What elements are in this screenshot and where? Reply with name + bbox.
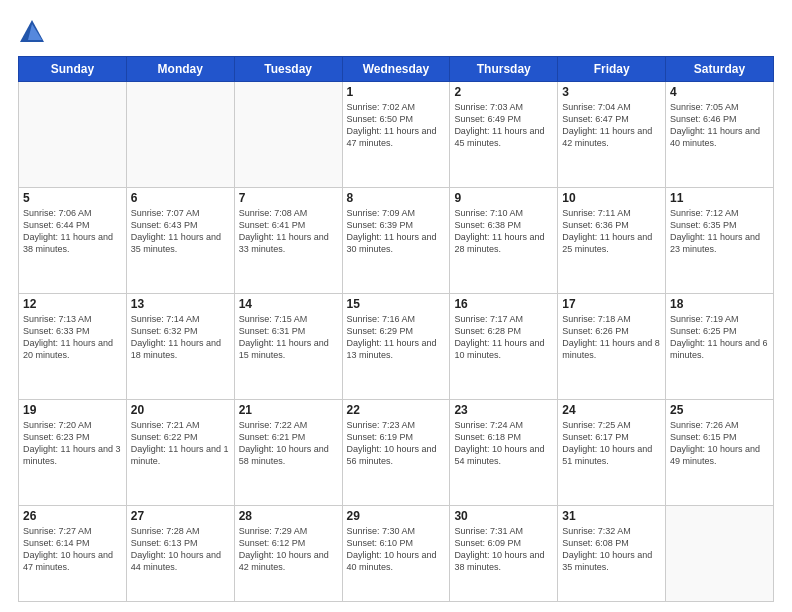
day-info: Sunrise: 7:24 AM Sunset: 6:18 PM Dayligh… [454,419,553,468]
day-cell: 13Sunrise: 7:14 AM Sunset: 6:32 PM Dayli… [126,293,234,399]
day-number: 25 [670,403,769,417]
day-info: Sunrise: 7:03 AM Sunset: 6:49 PM Dayligh… [454,101,553,150]
day-number: 5 [23,191,122,205]
day-number: 15 [347,297,446,311]
day-cell: 29Sunrise: 7:30 AM Sunset: 6:10 PM Dayli… [342,505,450,601]
day-info: Sunrise: 7:26 AM Sunset: 6:15 PM Dayligh… [670,419,769,468]
day-number: 1 [347,85,446,99]
day-cell: 8Sunrise: 7:09 AM Sunset: 6:39 PM Daylig… [342,187,450,293]
day-info: Sunrise: 7:18 AM Sunset: 6:26 PM Dayligh… [562,313,661,362]
day-cell: 6Sunrise: 7:07 AM Sunset: 6:43 PM Daylig… [126,187,234,293]
day-cell: 3Sunrise: 7:04 AM Sunset: 6:47 PM Daylig… [558,82,666,188]
day-number: 8 [347,191,446,205]
day-info: Sunrise: 7:28 AM Sunset: 6:13 PM Dayligh… [131,525,230,574]
day-cell [234,82,342,188]
day-number: 30 [454,509,553,523]
day-number: 17 [562,297,661,311]
day-header-sunday: Sunday [19,57,127,82]
day-info: Sunrise: 7:25 AM Sunset: 6:17 PM Dayligh… [562,419,661,468]
day-number: 22 [347,403,446,417]
day-info: Sunrise: 7:31 AM Sunset: 6:09 PM Dayligh… [454,525,553,574]
day-info: Sunrise: 7:29 AM Sunset: 6:12 PM Dayligh… [239,525,338,574]
day-cell: 28Sunrise: 7:29 AM Sunset: 6:12 PM Dayli… [234,505,342,601]
logo-icon [18,18,46,46]
day-cell: 7Sunrise: 7:08 AM Sunset: 6:41 PM Daylig… [234,187,342,293]
day-cell [666,505,774,601]
week-row-4: 26Sunrise: 7:27 AM Sunset: 6:14 PM Dayli… [19,505,774,601]
day-cell: 12Sunrise: 7:13 AM Sunset: 6:33 PM Dayli… [19,293,127,399]
day-number: 2 [454,85,553,99]
day-number: 11 [670,191,769,205]
day-header-row: SundayMondayTuesdayWednesdayThursdayFrid… [19,57,774,82]
day-number: 29 [347,509,446,523]
day-cell: 31Sunrise: 7:32 AM Sunset: 6:08 PM Dayli… [558,505,666,601]
day-number: 4 [670,85,769,99]
logo [18,18,50,46]
day-cell: 11Sunrise: 7:12 AM Sunset: 6:35 PM Dayli… [666,187,774,293]
day-cell [19,82,127,188]
day-info: Sunrise: 7:15 AM Sunset: 6:31 PM Dayligh… [239,313,338,362]
day-header-wednesday: Wednesday [342,57,450,82]
day-cell: 20Sunrise: 7:21 AM Sunset: 6:22 PM Dayli… [126,399,234,505]
week-row-2: 12Sunrise: 7:13 AM Sunset: 6:33 PM Dayli… [19,293,774,399]
day-header-thursday: Thursday [450,57,558,82]
day-info: Sunrise: 7:32 AM Sunset: 6:08 PM Dayligh… [562,525,661,574]
day-info: Sunrise: 7:07 AM Sunset: 6:43 PM Dayligh… [131,207,230,256]
day-number: 31 [562,509,661,523]
week-row-1: 5Sunrise: 7:06 AM Sunset: 6:44 PM Daylig… [19,187,774,293]
week-row-0: 1Sunrise: 7:02 AM Sunset: 6:50 PM Daylig… [19,82,774,188]
day-info: Sunrise: 7:27 AM Sunset: 6:14 PM Dayligh… [23,525,122,574]
day-cell: 2Sunrise: 7:03 AM Sunset: 6:49 PM Daylig… [450,82,558,188]
day-number: 18 [670,297,769,311]
day-info: Sunrise: 7:17 AM Sunset: 6:28 PM Dayligh… [454,313,553,362]
week-row-3: 19Sunrise: 7:20 AM Sunset: 6:23 PM Dayli… [19,399,774,505]
day-info: Sunrise: 7:20 AM Sunset: 6:23 PM Dayligh… [23,419,122,468]
day-info: Sunrise: 7:19 AM Sunset: 6:25 PM Dayligh… [670,313,769,362]
day-cell: 16Sunrise: 7:17 AM Sunset: 6:28 PM Dayli… [450,293,558,399]
day-number: 3 [562,85,661,99]
day-cell: 27Sunrise: 7:28 AM Sunset: 6:13 PM Dayli… [126,505,234,601]
header [18,18,774,46]
day-number: 21 [239,403,338,417]
day-cell: 23Sunrise: 7:24 AM Sunset: 6:18 PM Dayli… [450,399,558,505]
day-info: Sunrise: 7:30 AM Sunset: 6:10 PM Dayligh… [347,525,446,574]
day-number: 7 [239,191,338,205]
day-cell: 26Sunrise: 7:27 AM Sunset: 6:14 PM Dayli… [19,505,127,601]
calendar-table: SundayMondayTuesdayWednesdayThursdayFrid… [18,56,774,602]
day-cell: 15Sunrise: 7:16 AM Sunset: 6:29 PM Dayli… [342,293,450,399]
day-info: Sunrise: 7:21 AM Sunset: 6:22 PM Dayligh… [131,419,230,468]
day-info: Sunrise: 7:13 AM Sunset: 6:33 PM Dayligh… [23,313,122,362]
day-cell [126,82,234,188]
day-info: Sunrise: 7:04 AM Sunset: 6:47 PM Dayligh… [562,101,661,150]
day-info: Sunrise: 7:22 AM Sunset: 6:21 PM Dayligh… [239,419,338,468]
day-number: 27 [131,509,230,523]
day-info: Sunrise: 7:10 AM Sunset: 6:38 PM Dayligh… [454,207,553,256]
page: SundayMondayTuesdayWednesdayThursdayFrid… [0,0,792,612]
day-number: 28 [239,509,338,523]
day-number: 12 [23,297,122,311]
day-cell: 30Sunrise: 7:31 AM Sunset: 6:09 PM Dayli… [450,505,558,601]
day-header-monday: Monday [126,57,234,82]
day-info: Sunrise: 7:12 AM Sunset: 6:35 PM Dayligh… [670,207,769,256]
day-cell: 19Sunrise: 7:20 AM Sunset: 6:23 PM Dayli… [19,399,127,505]
day-info: Sunrise: 7:16 AM Sunset: 6:29 PM Dayligh… [347,313,446,362]
day-header-saturday: Saturday [666,57,774,82]
day-info: Sunrise: 7:23 AM Sunset: 6:19 PM Dayligh… [347,419,446,468]
day-number: 19 [23,403,122,417]
day-cell: 17Sunrise: 7:18 AM Sunset: 6:26 PM Dayli… [558,293,666,399]
day-info: Sunrise: 7:08 AM Sunset: 6:41 PM Dayligh… [239,207,338,256]
day-info: Sunrise: 7:02 AM Sunset: 6:50 PM Dayligh… [347,101,446,150]
day-cell: 22Sunrise: 7:23 AM Sunset: 6:19 PM Dayli… [342,399,450,505]
day-cell: 1Sunrise: 7:02 AM Sunset: 6:50 PM Daylig… [342,82,450,188]
day-cell: 14Sunrise: 7:15 AM Sunset: 6:31 PM Dayli… [234,293,342,399]
day-cell: 18Sunrise: 7:19 AM Sunset: 6:25 PM Dayli… [666,293,774,399]
day-cell: 4Sunrise: 7:05 AM Sunset: 6:46 PM Daylig… [666,82,774,188]
day-cell: 10Sunrise: 7:11 AM Sunset: 6:36 PM Dayli… [558,187,666,293]
day-number: 9 [454,191,553,205]
day-info: Sunrise: 7:09 AM Sunset: 6:39 PM Dayligh… [347,207,446,256]
day-cell: 21Sunrise: 7:22 AM Sunset: 6:21 PM Dayli… [234,399,342,505]
day-cell: 5Sunrise: 7:06 AM Sunset: 6:44 PM Daylig… [19,187,127,293]
day-number: 23 [454,403,553,417]
day-number: 6 [131,191,230,205]
day-number: 26 [23,509,122,523]
